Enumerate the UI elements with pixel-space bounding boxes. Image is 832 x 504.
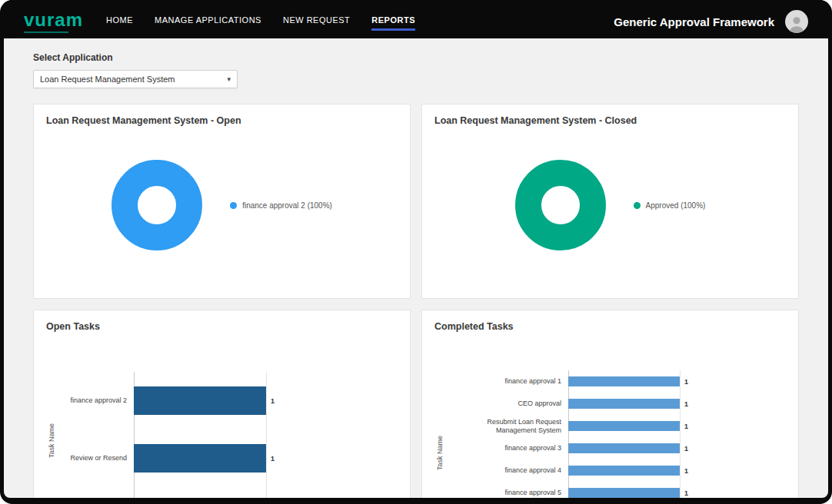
legend-label: Approved (100%) bbox=[646, 201, 706, 210]
bar-row: CEO approval1 bbox=[445, 393, 786, 415]
person-icon bbox=[787, 13, 807, 33]
card-open-requests: Loan Request Management System - Open fi… bbox=[33, 104, 411, 299]
bar-value-label: 1 bbox=[684, 489, 688, 497]
logo-text: vuram bbox=[24, 11, 83, 29]
donut-chart-open: finance approval 2 (100%) bbox=[46, 132, 398, 278]
bar-track: 1 bbox=[568, 421, 786, 431]
bar-track: 1 bbox=[568, 443, 786, 453]
dashboard-grid: Loan Request Management System - Open fi… bbox=[33, 104, 799, 498]
bar-row: finance approval 11 bbox=[445, 370, 786, 393]
bar-chart-completed-tasks: Task Name finance approval 11CEO approva… bbox=[434, 370, 786, 498]
bar bbox=[568, 443, 680, 453]
bar-value-label: 1 bbox=[684, 423, 688, 430]
bar-track: 1 bbox=[134, 386, 398, 415]
category-label: finance approval 1 bbox=[445, 377, 568, 386]
y-axis-label: Task Name bbox=[46, 372, 57, 498]
category-label: finance approval 2 bbox=[57, 396, 134, 405]
chart-legend-open: finance approval 2 (100%) bbox=[230, 201, 332, 210]
nav-item-new-request[interactable]: NEW REQUEST bbox=[283, 15, 350, 31]
bar-value-label: 1 bbox=[684, 467, 688, 475]
bar-track: 1 bbox=[568, 376, 786, 386]
legend-label: finance approval 2 (100%) bbox=[242, 201, 332, 210]
chart-title-open: Loan Request Management System - Open bbox=[46, 115, 398, 126]
application-select[interactable]: Loan Request Management System ▾ bbox=[33, 70, 238, 88]
donut-ring-open bbox=[111, 160, 202, 250]
bar-value-label: 1 bbox=[271, 397, 275, 405]
bar-row: finance approval 51 bbox=[445, 482, 786, 498]
application-select-value: Loan Request Management System bbox=[40, 75, 175, 84]
bar bbox=[568, 399, 680, 409]
bar bbox=[568, 421, 680, 431]
nav-menu: HOME MANAGE APPLICATIONS NEW REQUEST REP… bbox=[106, 5, 415, 38]
card-open-tasks: Open Tasks Task Name finance approval 21… bbox=[33, 310, 411, 498]
top-nav: vuram HOME MANAGE APPLICATIONS NEW REQUE… bbox=[4, 0, 828, 38]
category-label: finance approval 5 bbox=[445, 489, 568, 497]
bar-value-label: 1 bbox=[684, 445, 688, 453]
nav-item-home[interactable]: HOME bbox=[106, 15, 133, 31]
category-label: finance approval 4 bbox=[445, 466, 568, 475]
bar-track: 1 bbox=[568, 488, 786, 498]
y-axis-label: Task Name bbox=[434, 370, 445, 498]
bar-rows: finance approval 21Review or Resend1 bbox=[57, 372, 398, 487]
bar-row: Resubmit Loan Request Management System1 bbox=[445, 415, 786, 437]
legend-dot bbox=[634, 202, 641, 209]
vuram-logo[interactable]: vuram bbox=[24, 11, 83, 33]
bar-chart-open-tasks: Task Name finance approval 21Review or R… bbox=[46, 372, 398, 498]
plot-area: finance approval 21Review or Resend1 bbox=[57, 372, 398, 498]
nav-item-reports[interactable]: REPORTS bbox=[371, 15, 415, 31]
nav-right: Generic Approval Framework bbox=[614, 10, 808, 33]
donut-chart-closed: Approved (100%) bbox=[434, 132, 786, 278]
category-label: Resubmit Loan Request Management System bbox=[445, 418, 568, 435]
bar-row: finance approval 31 bbox=[445, 437, 786, 459]
logo-tagline-mark bbox=[24, 32, 68, 33]
card-closed-requests: Loan Request Management System - Closed … bbox=[421, 104, 799, 299]
user-avatar[interactable] bbox=[785, 10, 808, 33]
bar-row: finance approval 21 bbox=[57, 372, 398, 429]
bar-rows: finance approval 11CEO approval1Resubmit… bbox=[445, 370, 786, 498]
plot-area: finance approval 11CEO approval1Resubmit… bbox=[445, 370, 786, 498]
nav-item-manage-applications[interactable]: MANAGE APPLICATIONS bbox=[155, 15, 261, 31]
category-label: Review or Resend bbox=[57, 454, 134, 463]
bar bbox=[568, 466, 680, 476]
chart-legend-closed: Approved (100%) bbox=[634, 201, 706, 210]
category-label: finance approval 3 bbox=[445, 444, 568, 453]
bar-value-label: 1 bbox=[684, 378, 688, 386]
chart-title-closed: Loan Request Management System - Closed bbox=[434, 115, 786, 126]
app-title: Generic Approval Framework bbox=[614, 15, 774, 28]
chart-title-open-tasks: Open Tasks bbox=[46, 321, 398, 332]
bar-track: 1 bbox=[134, 444, 398, 472]
bar-value-label: 1 bbox=[684, 400, 688, 408]
app-window: vuram HOME MANAGE APPLICATIONS NEW REQUE… bbox=[0, 0, 832, 504]
bar bbox=[134, 386, 266, 415]
bar-track: 1 bbox=[568, 466, 786, 476]
chevron-down-icon: ▾ bbox=[227, 75, 231, 83]
legend-dot bbox=[230, 202, 237, 209]
bar-track: 1 bbox=[568, 399, 786, 409]
bar-row: Review or Resend1 bbox=[57, 429, 398, 487]
category-label: CEO approval bbox=[445, 400, 568, 408]
bar bbox=[568, 376, 680, 386]
donut-ring-closed bbox=[515, 160, 606, 250]
card-completed-tasks: Completed Tasks Task Name finance approv… bbox=[421, 310, 799, 498]
bar-row: finance approval 41 bbox=[445, 459, 786, 482]
select-application-label: Select Application bbox=[33, 52, 799, 63]
bar-value-label: 1 bbox=[271, 455, 275, 463]
bar bbox=[134, 444, 266, 472]
chart-title-completed-tasks: Completed Tasks bbox=[434, 321, 786, 332]
main-content: Select Application Loan Request Manageme… bbox=[4, 38, 828, 498]
bar bbox=[568, 488, 680, 498]
